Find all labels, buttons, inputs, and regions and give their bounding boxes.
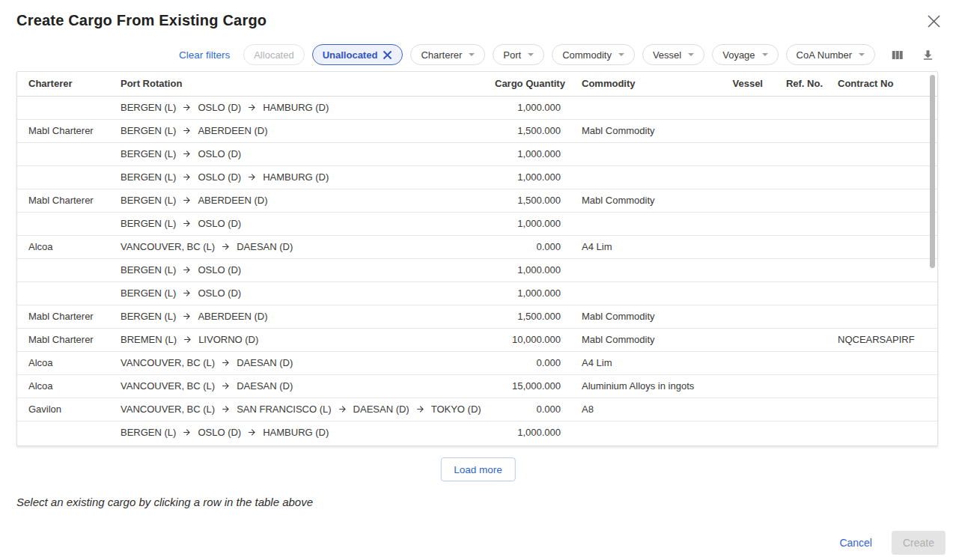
commodity-cell: A8 <box>568 398 718 421</box>
filter-dropdown-port[interactable]: Port <box>493 44 544 65</box>
contract-no-cell <box>830 142 937 165</box>
arrow-forward-icon <box>182 427 192 437</box>
filter-dropdowns: ChartererPortCommodityVesselVoyageCoA Nu… <box>410 44 875 65</box>
table-row[interactable]: BERGEN (L)OSLO (D)1,000.000 <box>17 281 937 305</box>
cargo-quantity-cell: 1,000.000 <box>487 142 568 165</box>
close-icon[interactable] <box>924 11 943 31</box>
contract-no-cell <box>830 235 937 258</box>
allocated-chip-label: Allocated <box>254 49 293 61</box>
vessel-cell <box>718 351 770 374</box>
vessel-cell <box>718 281 770 305</box>
cargo-quantity-cell: 15,000.000 <box>487 374 568 398</box>
filter-dropdown-coa-number[interactable]: CoA Number <box>786 44 875 65</box>
clear-filters-link[interactable]: Clear filters <box>179 49 230 61</box>
unallocated-filter-chip[interactable]: Unallocated <box>312 44 404 65</box>
port-name: DAESAN (D) <box>237 241 293 252</box>
port-rotation-cell: VANCOUVER, BC (L)SAN FRANCISCO (L)DAESAN… <box>113 398 487 421</box>
table-row[interactable]: BERGEN (L)OSLO (D)1,000.000 <box>17 142 937 165</box>
commodity-cell: A4 Lim <box>568 235 718 258</box>
charterer-cell: Mabl Charterer <box>17 119 113 142</box>
port-name: HAMBURG (D) <box>263 427 329 438</box>
port-rotation-cell: BERGEN (L)ABERDEEN (D) <box>113 119 487 142</box>
table-row[interactable]: GavilonVANCOUVER, BC (L)SAN FRANCISCO (L… <box>17 398 937 421</box>
charterer-cell <box>17 212 113 235</box>
commodity-cell: Mabl Commodity <box>568 119 718 142</box>
filter-dropdown-commodity[interactable]: Commodity <box>552 44 635 65</box>
commodity-cell <box>568 142 718 165</box>
charterer-cell: Alcoa <box>17 351 113 374</box>
table-row[interactable]: BERGEN (L)OSLO (D)HAMBURG (D)1,000.000 <box>17 96 937 119</box>
filter-dropdown-voyage[interactable]: Voyage <box>712 44 778 65</box>
columns-icon[interactable] <box>889 46 906 64</box>
arrow-forward-icon <box>221 358 231 368</box>
commodity-cell <box>568 165 718 189</box>
table-row[interactable]: Mabl ChartererBREMEN (L)LIVORNO (D)10,00… <box>17 328 937 351</box>
port-rotation-cell: BREMEN (L)LIVORNO (D) <box>113 328 487 351</box>
remove-unallocated-filter-icon[interactable] <box>383 50 392 60</box>
port-name: ABERDEEN (D) <box>198 311 267 322</box>
allocated-filter-chip[interactable]: Allocated <box>243 44 304 65</box>
filter-dropdown-charterer[interactable]: Charterer <box>410 44 485 65</box>
port-name: TOKYO (D) <box>431 404 481 415</box>
download-icon[interactable] <box>919 46 937 64</box>
commodity-cell <box>568 258 718 281</box>
cargo-quantity-cell: 1,500.000 <box>487 189 568 212</box>
port-name: OSLO (D) <box>198 218 241 229</box>
arrow-forward-icon <box>182 195 192 205</box>
cargo-quantity-cell: 0.000 <box>487 235 568 258</box>
port-name: BERGEN (L) <box>121 171 176 183</box>
arrow-forward-icon <box>182 172 192 182</box>
table-row[interactable]: BERGEN (L)OSLO (D)1,000.000 <box>17 258 937 281</box>
table-row[interactable]: Mabl ChartererBERGEN (L)ABERDEEN (D)1,50… <box>17 119 937 142</box>
arrow-forward-icon <box>182 149 192 159</box>
contract-no-cell <box>830 351 937 374</box>
table-row[interactable]: Mabl ChartererBERGEN (L)ABERDEEN (D)1,50… <box>17 305 937 328</box>
port-name: HAMBURG (D) <box>263 102 329 113</box>
vessel-cell <box>718 189 770 212</box>
commodity-cell: Mabl Commodity <box>568 328 718 351</box>
charterer-cell: Mabl Charterer <box>17 328 113 351</box>
load-more-button[interactable]: Load more <box>440 457 516 481</box>
ref-no-cell <box>770 305 830 328</box>
contract-no-cell <box>830 281 937 305</box>
port-rotation-cell: BERGEN (L)OSLO (D)HAMBURG (D) <box>113 96 487 119</box>
port-name: DAESAN (D) <box>353 404 410 415</box>
vessel-cell <box>718 374 770 398</box>
port-name: VANCOUVER, BC (L) <box>121 404 215 415</box>
cargo-quantity-cell: 1,000.000 <box>487 96 568 119</box>
cancel-button[interactable]: Cancel <box>827 531 884 555</box>
contract-no-cell <box>830 258 937 281</box>
ref-no-cell <box>770 96 830 119</box>
port-rotation-cell: VANCOUVER, BC (L)DAESAN (D) <box>113 374 487 398</box>
port-rotation-cell: BERGEN (L)OSLO (D) <box>113 258 487 281</box>
table-row[interactable]: Mabl ChartererBERGEN (L)ABERDEEN (D)1,50… <box>17 189 937 212</box>
table-row[interactable]: AlcoaVANCOUVER, BC (L)DAESAN (D)15,000.0… <box>17 374 937 398</box>
commodity-cell <box>568 421 718 444</box>
port-rotation-cell: BERGEN (L)OSLO (D) <box>113 281 487 305</box>
table-row[interactable]: BERGEN (L)OSLO (D)HAMBURG (D)1,000.000 <box>17 421 937 444</box>
charterer-cell: Alcoa <box>17 374 113 398</box>
column-header-port-rotation: Port Rotation <box>113 72 487 96</box>
charterer-cell: Alcoa <box>17 235 113 258</box>
port-name: BERGEN (L) <box>121 264 176 276</box>
create-button[interactable]: Create <box>892 531 946 555</box>
vertical-scrollbar[interactable] <box>930 75 935 268</box>
chevron-down-icon <box>618 53 624 56</box>
port-rotation-cell: VANCOUVER, BC (L)DAESAN (D) <box>113 351 487 374</box>
table-row[interactable]: BERGEN (L)OSLO (D)HAMBURG (D)1,000.000 <box>17 165 937 189</box>
table-row[interactable]: AlcoaVANCOUVER, BC (L)DAESAN (D)0.000A4 … <box>17 235 937 258</box>
column-header-ref-no: Ref. No. <box>770 72 830 96</box>
table-row[interactable]: BERGEN (L)OSLO (D)1,000.000 <box>17 212 937 235</box>
cargo-quantity-cell: 1,000.000 <box>487 281 568 305</box>
commodity-cell <box>568 96 718 119</box>
port-rotation-cell: VANCOUVER, BC (L)DAESAN (D) <box>113 235 487 258</box>
arrow-forward-icon <box>182 103 192 112</box>
port-rotation-cell: BERGEN (L)OSLO (D)HAMBURG (D) <box>113 421 487 444</box>
filter-dropdown-vessel[interactable]: Vessel <box>642 44 704 65</box>
arrow-forward-icon <box>221 381 231 391</box>
port-name: VANCOUVER, BC (L) <box>121 380 215 392</box>
table-row[interactable]: AlcoaVANCOUVER, BC (L)DAESAN (D)0.000A4 … <box>17 351 937 374</box>
commodity-cell: A4 Lim <box>568 351 718 374</box>
port-name: DAESAN (D) <box>237 357 293 368</box>
charterer-cell <box>17 142 113 165</box>
